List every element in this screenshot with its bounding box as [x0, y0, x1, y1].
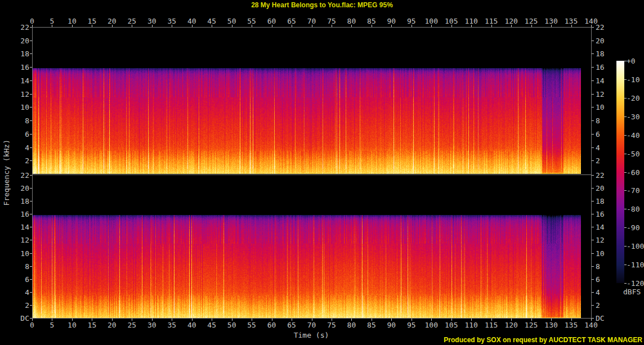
- time-tick-label: 55: [247, 321, 256, 329]
- freq-tick-mark: [30, 160, 32, 161]
- colorbar-tick-label: -100: [627, 243, 644, 250]
- time-tick-label: 140: [584, 321, 597, 329]
- colorbar-unit-label: dBFS: [623, 288, 641, 296]
- time-tick-label: 50: [227, 321, 236, 329]
- time-tick-label: 105: [445, 17, 458, 25]
- top-axis-line: [32, 27, 592, 28]
- time-tick-label: 135: [565, 17, 578, 25]
- time-tick-label: 80: [347, 321, 356, 329]
- page-title: 28 My Heart Belongs to You.flac: MPEG 95…: [0, 1, 644, 9]
- freq-tick-mark: [30, 188, 32, 189]
- freq-tick-mark: [592, 80, 594, 81]
- freq-tick-mark: [30, 292, 32, 293]
- freq-tick-label: 6: [596, 275, 600, 283]
- freq-tick-mark: [592, 305, 594, 306]
- freq-tick-label: 16: [596, 210, 605, 218]
- freq-tick-mark: [592, 318, 594, 319]
- freq-tick-label: 10: [596, 249, 605, 257]
- colorbar-tick-label: -30: [627, 113, 639, 120]
- time-tick-label: 85: [367, 17, 376, 25]
- time-tick-label: 100: [425, 17, 438, 25]
- freq-tick-mark: [592, 279, 594, 280]
- y-axis-title-wrap: Frequency (kHz): [2, 0, 11, 345]
- time-tick-label: 40: [187, 321, 196, 329]
- time-tick-label: 125: [525, 321, 538, 329]
- time-tick-label: 105: [445, 321, 458, 329]
- time-tick-label: 10: [68, 17, 77, 25]
- time-tick-label: 70: [307, 17, 316, 25]
- freq-tick-label: 20: [596, 185, 605, 192]
- time-tick-label: 95: [407, 321, 416, 329]
- time-tick-label: 0: [30, 17, 34, 25]
- freq-tick-mark: [592, 214, 594, 214]
- time-tick-label: 115: [485, 321, 498, 329]
- freq-tick-label: DC: [596, 315, 605, 322]
- freq-tick-mark: [30, 53, 32, 54]
- y-axis-title: Frequency (kHz): [2, 140, 11, 205]
- colorbar-tick-label: -20: [627, 94, 639, 101]
- time-tick-label: 90: [387, 321, 396, 329]
- time-tick-label: 80: [347, 17, 356, 25]
- spectrogram-channel-2: [33, 176, 591, 318]
- time-tick-label: 95: [407, 17, 416, 25]
- freq-tick-mark: [592, 160, 594, 161]
- freq-tick-mark: [30, 279, 32, 280]
- right-axis-line: [591, 27, 592, 319]
- time-tick-label: 60: [267, 17, 276, 25]
- time-tick-label: 25: [127, 321, 136, 329]
- time-tick-label: 130: [544, 321, 557, 329]
- freq-tick-mark: [30, 41, 32, 41]
- time-tick-label: 65: [287, 321, 296, 329]
- spectrogram-channel-1: [33, 28, 591, 174]
- time-tick-label: 35: [167, 321, 176, 329]
- freq-tick-label: 4: [596, 144, 600, 151]
- time-tick-label: 115: [485, 17, 498, 25]
- time-tick-label: 90: [387, 17, 396, 25]
- time-tick-label: 25: [127, 17, 136, 25]
- colorbar-tick-label: -40: [627, 131, 639, 138]
- freq-tick-label: 14: [596, 223, 605, 231]
- credit-text: Produced by SOX on request by AUCDTECT T…: [444, 336, 642, 344]
- freq-tick-mark: [592, 201, 594, 201]
- time-tick-label: 130: [544, 17, 557, 25]
- time-tick-label: 120: [504, 321, 517, 329]
- freq-tick-mark: [592, 175, 594, 176]
- time-tick-label: 45: [207, 321, 216, 329]
- time-tick-label: 40: [187, 17, 196, 25]
- colorbar-tick-label: +0: [627, 57, 636, 65]
- colorbar-tick-label: -120: [627, 280, 644, 287]
- time-tick-label: 50: [227, 17, 236, 25]
- time-tick-label: 30: [147, 321, 156, 329]
- freq-tick-mark: [30, 305, 32, 306]
- freq-tick-label: 22: [596, 172, 605, 179]
- freq-tick-label: 12: [596, 236, 605, 244]
- freq-tick-mark: [592, 67, 594, 68]
- freq-tick-mark: [30, 107, 32, 107]
- freq-tick-mark: [30, 147, 32, 148]
- freq-tick-mark: [30, 318, 32, 319]
- time-tick-label: 0: [30, 321, 34, 329]
- freq-tick-label: 8: [596, 262, 600, 270]
- time-tick-label: 60: [267, 321, 276, 329]
- time-tick-label: 85: [367, 321, 376, 329]
- colorbar-tick-label: -110: [627, 261, 644, 268]
- left-axis-line: [32, 27, 33, 319]
- freq-tick-mark: [592, 27, 594, 28]
- time-tick-label: 125: [525, 17, 538, 25]
- time-tick-label: 55: [247, 17, 256, 25]
- freq-tick-label: 2: [596, 157, 600, 164]
- colorbar-tick-label: -50: [627, 150, 639, 157]
- freq-tick-mark: [30, 120, 32, 121]
- colorbar-tick-label: -10: [627, 75, 639, 83]
- freq-tick-label: 14: [596, 77, 605, 84]
- colorbar-tick-label: -60: [627, 168, 639, 176]
- time-tick-label: 45: [207, 17, 216, 25]
- freq-tick-label: 10: [596, 104, 605, 111]
- colorbar-tick-label: -90: [627, 224, 639, 231]
- freq-tick-label: 16: [596, 64, 605, 71]
- time-tick-label: 10: [68, 321, 77, 329]
- freq-tick-mark: [30, 227, 32, 227]
- freq-tick-mark: [30, 134, 32, 135]
- x-axis-title: Time (s): [294, 331, 329, 339]
- freq-tick-label: 20: [596, 37, 605, 44]
